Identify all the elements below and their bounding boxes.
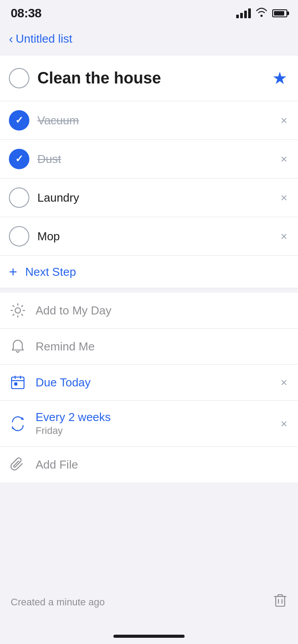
add-to-my-day-text: Add to My Day [36, 304, 112, 318]
add-file-text: Add File [36, 458, 78, 472]
svg-line-7 [21, 305, 23, 307]
back-label: Untitled list [16, 32, 72, 46]
task-title-row: Clean the house ★ [0, 56, 298, 101]
subtask-row: Dust × [0, 140, 298, 179]
svg-point-0 [15, 308, 20, 313]
due-today-delete-button[interactable]: × [281, 377, 287, 388]
section-divider [0, 288, 298, 293]
add-to-my-day-row[interactable]: Add to My Day [0, 293, 298, 329]
calendar-icon [9, 374, 27, 390]
status-bar: 08:38 [0, 0, 298, 24]
subtask-1-text: Vacuum [37, 114, 273, 127]
svg-line-8 [12, 314, 14, 316]
star-icon[interactable]: ★ [272, 68, 287, 88]
add-step-label: Next Step [25, 265, 76, 279]
footer: Created a minute ago [0, 582, 298, 622]
back-nav[interactable]: ‹ Untitled list [0, 24, 298, 51]
repeat-delete-button[interactable]: × [281, 418, 287, 429]
due-today-text: Due Today [36, 376, 272, 390]
footer-divider [0, 482, 298, 487]
svg-rect-13 [14, 382, 17, 386]
remind-me-text: Remind Me [36, 340, 95, 354]
subtask-2-delete-button[interactable]: × [281, 153, 287, 165]
subtask-row: Laundry × [0, 179, 298, 217]
subtask-3-text: Laundry [37, 191, 273, 205]
svg-line-6 [21, 314, 23, 316]
back-chevron-icon: ‹ [9, 33, 13, 45]
add-file-row[interactable]: Add File [0, 447, 298, 482]
wifi-icon [255, 7, 268, 20]
subtask-4-checkbox[interactable] [9, 226, 29, 246]
subtask-3-delete-button[interactable]: × [281, 192, 287, 203]
home-indicator [113, 635, 185, 638]
due-today-content: Due Today [36, 376, 272, 390]
subtask-1-checkbox[interactable] [9, 110, 29, 131]
plus-icon: + [9, 265, 17, 279]
subtask-4-delete-button[interactable]: × [281, 231, 287, 242]
subtask-2-text: Dust [37, 152, 273, 166]
status-time: 08:38 [11, 6, 41, 20]
clip-icon [9, 457, 27, 473]
subtask-row: Vacuum × [0, 101, 298, 140]
subtask-2-checkbox[interactable] [9, 149, 29, 169]
main-card: Clean the house ★ Vacuum × Dust × Laundr… [0, 56, 298, 288]
subtask-3-checkbox[interactable] [9, 187, 29, 208]
repeat-icon [9, 416, 27, 432]
sun-icon [9, 302, 27, 318]
subtask-4-text: Mop [37, 230, 273, 243]
subtask-1-delete-button[interactable]: × [281, 115, 287, 126]
svg-rect-9 [12, 377, 24, 389]
status-icons [236, 7, 287, 20]
trash-icon[interactable] [273, 593, 287, 611]
signal-icon [236, 8, 251, 18]
repeat-content: Every 2 weeks Friday [36, 410, 272, 437]
due-today-row[interactable]: Due Today × [0, 365, 298, 401]
repeat-row[interactable]: Every 2 weeks Friday × [0, 401, 298, 447]
add-step-row[interactable]: + Next Step [0, 256, 298, 288]
task-title: Clean the house [37, 68, 264, 87]
created-text: Created a minute ago [11, 596, 105, 608]
svg-rect-14 [276, 596, 285, 606]
remind-me-row[interactable]: Remind Me [0, 329, 298, 365]
bell-icon [9, 338, 27, 354]
back-link[interactable]: ‹ Untitled list [9, 32, 289, 46]
subtask-row: Mop × [0, 217, 298, 256]
repeat-subtext: Friday [36, 425, 272, 437]
task-complete-checkbox[interactable] [9, 68, 29, 88]
repeat-text: Every 2 weeks [36, 410, 272, 424]
svg-line-5 [12, 305, 14, 307]
battery-icon [272, 9, 287, 17]
